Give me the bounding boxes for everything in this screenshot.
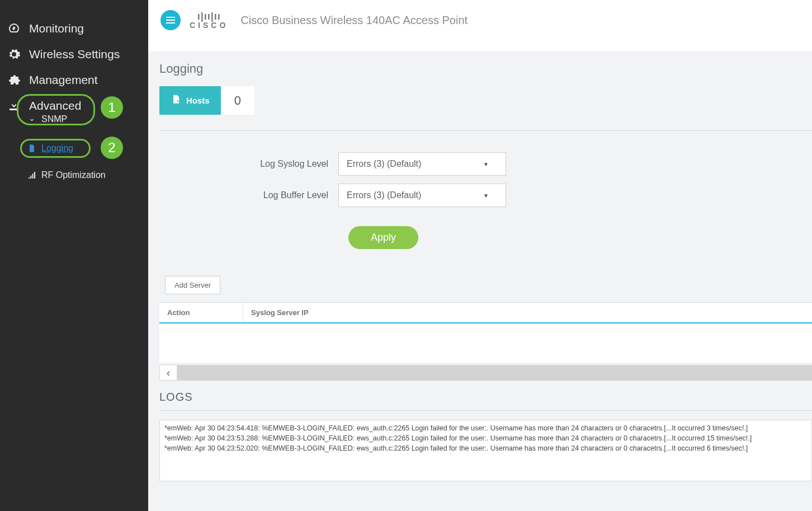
apply-button[interactable]: Apply: [348, 226, 418, 249]
sidebar-sub-logging[interactable]: Logging 2: [0, 140, 148, 157]
sidebar-sub-rf-optimization[interactable]: RF Optimization: [0, 167, 148, 184]
product-title: Cisco Business Wireless 140AC Access Poi…: [240, 14, 468, 27]
cisco-logo: ı|ıı|ıı CISCO: [190, 11, 228, 29]
label-syslog-level: Log Syslog Level: [238, 159, 338, 169]
log-entry: *emWeb: Apr 30 04:23:52.020: %EMWEB-3-LO…: [164, 444, 807, 453]
server-table-header: Action Syslog Server IP: [159, 302, 812, 324]
sidebar-sub-label: SNMP: [41, 114, 67, 124]
sidebar-item-wireless-settings[interactable]: Wireless Settings: [0, 41, 148, 67]
server-table-body: [159, 324, 812, 363]
callout-badge-2: 2: [101, 137, 123, 159]
sidebar-sub-label: RF Optimization: [41, 170, 106, 180]
log-entry: *emWeb: Apr 30 04:23:54.418: %EMWEB-3-LO…: [164, 424, 807, 433]
sidebar-sub-snmp[interactable]: SNMP: [0, 114, 148, 128]
chevron-down-icon: ▼: [483, 193, 489, 199]
gear-icon: [7, 47, 21, 62]
server-section: Add Server Action Syslog Server IP ‹: [159, 276, 812, 381]
row-buffer-level: Log Buffer Level Errors (3) (Default) ▼: [238, 184, 812, 207]
document-check-icon: [171, 94, 182, 107]
logs-box[interactable]: *emWeb: Apr 30 04:23:54.418: %EMWEB-3-LO…: [159, 420, 812, 481]
sidebar-item-label: Monitoring: [29, 22, 84, 35]
hosts-bar: Hosts 0: [159, 86, 812, 115]
row-syslog-level: Log Syslog Level Errors (3) (Default) ▼: [238, 152, 812, 176]
select-syslog-level[interactable]: Errors (3) (Default) ▼: [338, 152, 506, 176]
puzzle-icon: [7, 73, 21, 87]
topbar: ı|ıı|ıı CISCO Cisco Business Wireless 14…: [148, 0, 812, 51]
logs-title: LOGS: [159, 391, 812, 404]
hosts-label: Hosts: [186, 96, 210, 105]
sidebar-item-label: Management: [29, 73, 98, 87]
gauge-icon: [7, 21, 21, 36]
label-buffer-level: Log Buffer Level: [238, 190, 338, 200]
column-syslog-server-ip: Syslog Server IP: [243, 303, 812, 322]
server-table: Action Syslog Server IP: [159, 302, 812, 363]
hosts-chip[interactable]: Hosts: [159, 86, 221, 115]
scroll-left-button[interactable]: ‹: [159, 365, 177, 381]
select-value: Errors (3) (Default): [347, 190, 421, 200]
logs-divider: [159, 410, 812, 411]
sidebar-sub-label: Logging: [41, 143, 73, 153]
hamburger-button[interactable]: [160, 10, 181, 30]
main-area: ı|ıı|ıı CISCO Cisco Business Wireless 14…: [148, 0, 812, 511]
document-icon: [27, 143, 37, 153]
sidebar: Monitoring Wireless Settings Management …: [0, 0, 148, 511]
sidebar-item-management[interactable]: Management: [0, 67, 148, 93]
content: Logging Hosts 0 Log Syslog Level Errors …: [148, 51, 812, 511]
select-buffer-level[interactable]: Errors (3) (Default) ▼: [338, 184, 506, 207]
sidebar-item-label: Wireless Settings: [29, 48, 120, 61]
chevron-down-icon: [27, 114, 37, 124]
scroll-track[interactable]: [177, 365, 812, 381]
log-entry: *emWeb: Apr 30 04:23:53.288: %EMWEB-3-LO…: [164, 434, 807, 443]
download-icon: [7, 99, 21, 113]
form-area: Log Syslog Level Errors (3) (Default) ▼ …: [238, 152, 812, 249]
chevron-left-icon: ‹: [167, 367, 170, 379]
scroll-strip: ‹: [159, 365, 812, 381]
signal-bars-icon: [27, 170, 37, 180]
sidebar-item-monitoring[interactable]: Monitoring: [0, 16, 148, 41]
hamburger-icon: [166, 17, 175, 24]
add-server-button[interactable]: Add Server: [165, 276, 220, 294]
page-title: Logging: [159, 62, 812, 76]
section-divider: [159, 130, 812, 131]
column-action: Action: [159, 303, 243, 322]
select-value: Errors (3) (Default): [347, 159, 421, 169]
cisco-logo-text: CISCO: [190, 21, 228, 29]
cisco-logo-bars: ı|ıı|ıı: [197, 11, 221, 21]
chevron-down-icon: ▼: [483, 161, 489, 167]
hosts-count: 0: [221, 86, 254, 115]
sidebar-item-advanced[interactable]: Advanced 1: [0, 93, 148, 114]
sidebar-item-label: Advanced: [29, 99, 81, 112]
